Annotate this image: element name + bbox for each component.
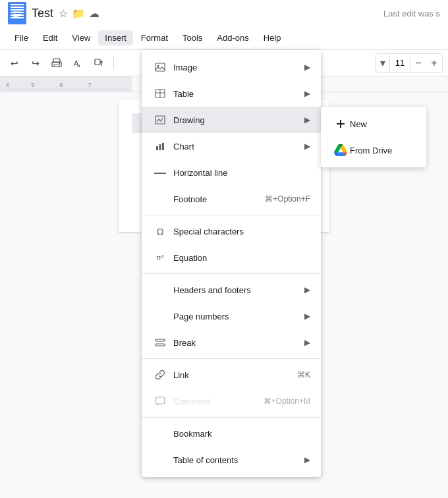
menu-item-footnote[interactable]: Footnote ⌘+Option+F [142, 186, 321, 212]
toc-label: Table of contents [173, 455, 302, 465]
cloud-icon[interactable]: ☁ [89, 7, 99, 20]
svg-rect-19 [155, 63, 165, 71]
svg-rect-32 [155, 397, 165, 404]
menu-format[interactable]: Format [134, 30, 175, 45]
svg-point-8 [59, 63, 60, 64]
font-size-input[interactable] [389, 54, 410, 72]
svg-rect-2 [13, 12, 21, 13]
link-label: Link [173, 370, 297, 380]
redo-button[interactable]: ↪ [26, 54, 45, 72]
from-drive-label: From Drive [350, 146, 392, 155]
folder-icon[interactable]: 📁 [72, 7, 85, 20]
equation-label: Equation [173, 253, 310, 263]
menu-item-chart[interactable]: Chart ▶ [142, 133, 321, 159]
menu-item-break[interactable]: Break ▶ [142, 329, 321, 356]
svg-text:4: 4 [6, 81, 9, 88]
menu-edit[interactable]: Edit [36, 30, 64, 45]
print-button[interactable] [47, 54, 66, 72]
new-icon [331, 118, 350, 130]
footnote-label: Footnote [173, 194, 265, 204]
menu-tools[interactable]: Tools [176, 30, 209, 45]
svg-rect-27 [156, 146, 158, 150]
toc-arrow: ▶ [304, 455, 310, 464]
menu-file[interactable]: File [8, 30, 35, 45]
menu-item-bookmark[interactable]: Bookmark [142, 420, 321, 447]
menu-item-table[interactable]: Table ▶ [142, 80, 321, 107]
page-numbers-arrow: ▶ [304, 312, 310, 321]
svg-rect-29 [162, 143, 164, 150]
comment-shortcut: ⌘+Option+M [264, 397, 310, 406]
insert-menu: Image ▶ Table ▶ Drawing [142, 50, 321, 477]
font-size-decrease[interactable]: − [410, 54, 426, 72]
menu-addons[interactable]: Add-ons [210, 30, 255, 45]
svg-rect-7 [54, 65, 59, 67]
undo-button[interactable]: ↩ [5, 54, 24, 72]
font-size-increase[interactable]: + [426, 54, 442, 72]
svg-text:a: a [77, 63, 80, 69]
horizontal-line-label: Horizontal line [173, 168, 310, 178]
menu-item-headers-footers[interactable]: Headers and footers ▶ [142, 277, 321, 303]
font-size-dropdown[interactable]: ▾ [376, 54, 389, 72]
submenu-item-new[interactable]: New [321, 111, 426, 137]
drawing-label: Drawing [173, 115, 302, 125]
menu-item-image[interactable]: Image ▶ [142, 54, 321, 80]
break-label: Break [173, 338, 302, 348]
svg-rect-30 [155, 339, 165, 341]
footnote-shortcut: ⌘+Option+F [265, 194, 310, 204]
special-chars-icon: Ω [152, 226, 168, 237]
svg-text:6: 6 [59, 81, 63, 88]
menu-item-equation[interactable]: π² Equation [142, 244, 321, 271]
chart-arrow: ▶ [304, 142, 310, 151]
svg-rect-24 [155, 116, 165, 124]
menu-item-comment[interactable]: Comment ⌘+Option+M [142, 388, 321, 414]
toolbar-divider [113, 57, 114, 70]
drawing-icon [152, 115, 168, 125]
font-size-stepper: ▾ − + [376, 53, 443, 73]
image-label: Image [173, 63, 302, 72]
break-arrow: ▶ [304, 338, 310, 347]
star-icon[interactable]: ☆ [59, 7, 68, 20]
app-icon [8, 2, 26, 24]
break-icon [152, 337, 168, 348]
svg-point-20 [157, 65, 159, 67]
link-icon [152, 370, 168, 380]
table-label: Table [173, 89, 302, 99]
menu-item-special-chars[interactable]: Ω Special characters [142, 218, 321, 244]
horizontal-line-icon: — [152, 166, 168, 180]
svg-rect-31 [155, 344, 165, 346]
title-action-icons: ☆ 📁 ☁ [59, 7, 99, 20]
menu-help[interactable]: Help [257, 30, 288, 45]
menu-insert[interactable]: Insert [98, 30, 133, 45]
menu-item-drawing[interactable]: Drawing ▶ New [142, 107, 321, 133]
drawing-submenu: New From Drive [321, 107, 426, 167]
menu-view[interactable]: View [65, 30, 97, 45]
drawing-arrow: ▶ [304, 115, 310, 124]
chart-label: Chart [173, 142, 302, 152]
comment-label: Comment [173, 397, 264, 406]
menu-item-table-of-contents[interactable]: Table of contents ▶ [142, 447, 321, 473]
svg-text:5: 5 [31, 81, 34, 88]
link-shortcut: ⌘K [297, 370, 310, 379]
svg-rect-11 [95, 59, 100, 65]
menu-item-horizontal-line[interactable]: — Horizontal line [142, 159, 321, 186]
drive-icon [331, 144, 350, 156]
equation-icon: π² [152, 254, 168, 262]
image-arrow: ▶ [304, 63, 310, 72]
comment-icon [152, 396, 168, 406]
paint-format-button[interactable] [90, 54, 108, 72]
menu-item-page-numbers[interactable]: Page numbers ▶ [142, 303, 321, 329]
font-size-control: ▾ − + [376, 53, 443, 73]
menu-bar: File Edit View Insert Format Tools Add-o… [0, 26, 448, 50]
svg-rect-28 [159, 144, 161, 150]
page-numbers-label: Page numbers [173, 312, 302, 321]
submenu-item-from-drive[interactable]: From Drive [321, 137, 426, 163]
spellcheck-button[interactable]: A a [69, 54, 87, 72]
headers-footers-arrow: ▶ [304, 285, 310, 294]
separator-3 [142, 358, 321, 359]
menu-item-link[interactable]: Link ⌘K [142, 362, 321, 388]
image-icon [152, 62, 168, 72]
svg-rect-4 [13, 16, 18, 18]
separator-2 [142, 273, 321, 274]
doc-title: Test [32, 7, 53, 20]
table-icon [152, 88, 168, 99]
